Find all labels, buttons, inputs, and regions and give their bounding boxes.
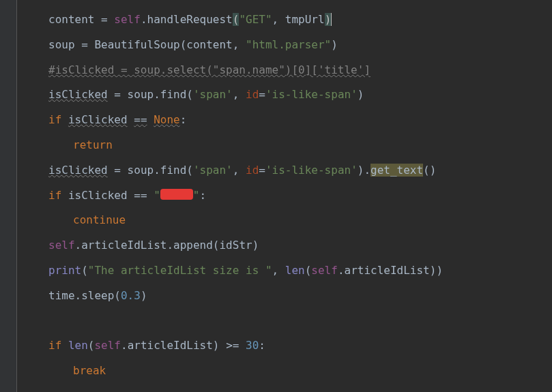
code-line: isClicked = soup.find('span', id='is-lik… bbox=[24, 85, 552, 105]
operator: == bbox=[134, 113, 147, 126]
code-line: self.articleIdList.append(idStr) bbox=[24, 236, 552, 256]
variable: content bbox=[186, 38, 232, 51]
method-call: append bbox=[173, 239, 213, 252]
variable: content bbox=[48, 13, 94, 26]
number-literal: 30 bbox=[246, 339, 259, 352]
builtin-print: print bbox=[48, 264, 81, 277]
builtin-len: len bbox=[68, 339, 88, 352]
self-keyword: self bbox=[48, 239, 75, 252]
code-line: break bbox=[24, 361, 552, 381]
method-call: handleRequest bbox=[147, 13, 233, 26]
method-highlighted: get_text bbox=[371, 164, 423, 177]
variable: isClicked bbox=[68, 189, 128, 202]
string-literal: 'is-like-span' bbox=[265, 88, 358, 101]
code-line: return bbox=[24, 136, 552, 155]
code-line: continue bbox=[24, 211, 552, 230]
operator: == bbox=[134, 189, 147, 202]
keyword-if: if bbox=[48, 189, 61, 202]
attribute: articleIdList bbox=[345, 264, 430, 277]
keyword-break: break bbox=[73, 364, 106, 377]
string-literal: 'span' bbox=[193, 88, 233, 101]
comment: #isClicked = soup.select("span.name")[0]… bbox=[48, 63, 371, 76]
code-line: soup = BeautifulSoup(content, "html.pars… bbox=[24, 35, 552, 55]
keyword-return: return bbox=[73, 138, 113, 151]
bracket-highlight: ) bbox=[325, 13, 332, 26]
operator: >= bbox=[226, 339, 239, 352]
keyword-if: if bbox=[48, 339, 61, 352]
string-literal: 'span' bbox=[193, 164, 233, 177]
code-line-empty bbox=[24, 312, 552, 331]
keyword-if: if bbox=[48, 113, 61, 126]
attribute: articleIdList bbox=[128, 339, 213, 352]
variable: isClicked bbox=[48, 88, 108, 101]
module: time bbox=[48, 289, 75, 302]
code-line: if isClicked == None: bbox=[24, 110, 552, 130]
variable: tmpUrl bbox=[285, 13, 325, 26]
string-quote: " bbox=[193, 189, 200, 202]
variable: soup bbox=[128, 88, 154, 101]
variable: isClicked bbox=[48, 164, 108, 177]
variable: soup bbox=[128, 164, 154, 177]
editor-gutter bbox=[0, 0, 17, 392]
self-keyword: self bbox=[114, 13, 141, 26]
code-line: print("The articleIdList size is ", len(… bbox=[24, 261, 552, 281]
method-call: find bbox=[160, 164, 187, 177]
variable: isClicked bbox=[68, 113, 128, 126]
method-call: sleep bbox=[81, 289, 114, 302]
param-name: id bbox=[246, 88, 259, 101]
code-line: if isClicked == "": bbox=[24, 186, 552, 206]
code-line: isClicked = soup.find('span', id='is-lik… bbox=[24, 161, 552, 181]
class-name: BeautifulSoup bbox=[94, 38, 179, 51]
param-name: id bbox=[246, 164, 259, 177]
method-call: find bbox=[160, 88, 187, 101]
self-keyword: self bbox=[311, 264, 338, 277]
keyword-continue: continue bbox=[73, 213, 126, 226]
attribute: articleIdList bbox=[81, 239, 166, 252]
bracket-highlight: ( bbox=[233, 13, 239, 26]
code-line: if len(self.articleIdList) >= 30: bbox=[24, 336, 552, 356]
string-quote: " bbox=[154, 189, 160, 202]
string-literal: "html.parser" bbox=[246, 38, 331, 51]
code-line: content = self.handleRequest("GET", tmpU… bbox=[24, 10, 552, 30]
code-editor[interactable]: content = self.handleRequest("GET", tmpU… bbox=[24, 7, 552, 381]
none-keyword: None bbox=[154, 113, 180, 126]
redacted-text bbox=[160, 189, 193, 200]
self-keyword: self bbox=[94, 339, 121, 352]
string-literal: 'is-like-span' bbox=[265, 164, 358, 177]
string-literal: "The articleIdList size is " bbox=[88, 264, 272, 277]
number-literal: 0.3 bbox=[121, 289, 141, 302]
code-line: time.sleep(0.3) bbox=[24, 286, 552, 306]
variable: idStr bbox=[219, 239, 252, 252]
variable: soup bbox=[48, 38, 75, 51]
string-literal: "GET" bbox=[239, 13, 272, 26]
builtin-len: len bbox=[285, 264, 305, 277]
code-line-comment: #isClicked = soup.select("span.name")[0]… bbox=[24, 61, 552, 80]
